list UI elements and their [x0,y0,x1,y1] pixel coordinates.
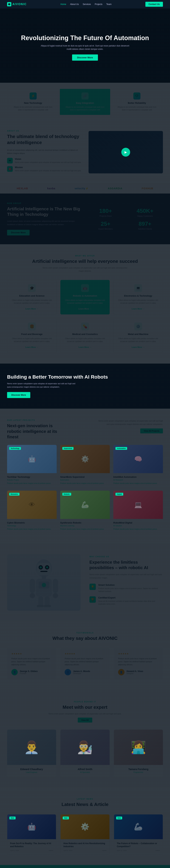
nav-logo[interactable]: AIVONIC [7,2,27,6]
project-image-1: Supermind ⚙️ [60,445,110,473]
nav-projects[interactable]: Projects [95,3,102,5]
robot-banner-text: Building a Better Tomorrow with AI Robot… [7,374,108,398]
hero-title: Revolutionizing The Future Of Automation [21,34,149,42]
hero-content: Revolutionizing The Future Of Automation… [21,34,149,61]
project-image-5: Digital 💻 [113,491,163,519]
robot-banner-description: Nemo enim ipsam voluptatem quia voluptas… [7,382,78,389]
blog-tag-0: New [9,816,16,819]
nav-team[interactable]: Team [106,3,111,5]
blog-image-1: New ⚙️ [61,814,109,839]
blog-image-2: New 🦾 [114,814,163,839]
robot-banner-cta[interactable]: Discover More [7,392,30,398]
nav-about[interactable]: About Us [70,3,79,5]
blog-tag-1: New [63,816,69,819]
project-image-3: Biometric 👁 [7,491,57,519]
hero-cta-button[interactable]: Discover More [72,55,98,61]
nav-links: Home About Us Services Projects Team [61,3,112,5]
blog-image-0: New 🤖 [7,814,56,839]
nav-brand-text: AIVONIC [12,3,27,6]
nav-cta-button[interactable]: Contact Us [145,2,163,7]
nav-home[interactable]: Home [61,3,66,5]
nav-services[interactable]: Services [83,3,91,5]
project-image-4: Robotic 🦾 [60,491,110,519]
blog-tag-2: New [116,816,122,819]
navigation: AIVONIC Home About Us Services Projects … [0,0,170,8]
robot-banner-section: Building a Better Tomorrow with AI Robot… [0,364,170,409]
hero-description: Aliqua id fugiat nostrud irure ex duis e… [41,44,129,51]
robot-banner-title: Building a Better Tomorrow with AI Robot… [7,374,108,380]
play-button[interactable]: ▶ [121,148,130,157]
project-image-0: Technology 🤖 [7,445,57,473]
project-image-2: Automation 🧠 [113,445,163,473]
